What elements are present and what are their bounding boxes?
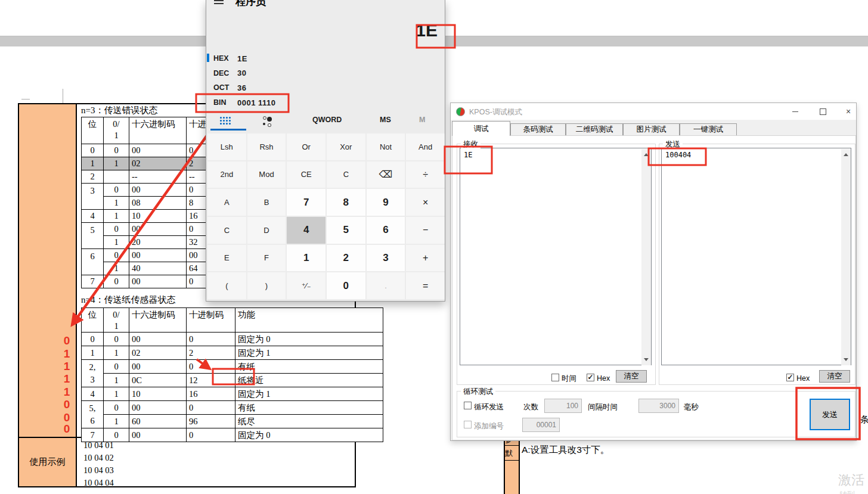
table-cell: 0 (104, 360, 129, 374)
calc-key-([interactable]: ( (207, 272, 246, 299)
table-cell: 1 (104, 346, 129, 360)
calc-key-9[interactable]: 9 (367, 189, 405, 216)
calc-key-6[interactable]: 6 (367, 217, 405, 244)
add-number-checkbox[interactable] (464, 421, 472, 428)
calc-key-CE[interactable]: CE (287, 161, 326, 188)
send-hex-checkbox[interactable]: ✓ (786, 374, 794, 381)
radix-label: OCT (213, 83, 237, 92)
calc-key-×[interactable]: × (406, 189, 445, 216)
calc-key-5[interactable]: 5 (327, 217, 365, 244)
radix-row-dec[interactable]: DEC30 (213, 66, 276, 81)
table-header-cell: 十进制码 (187, 308, 235, 333)
calc-key-.[interactable]: . (367, 272, 405, 299)
calc-key-C[interactable]: C (327, 161, 365, 188)
calc-key-Mod[interactable]: Mod (247, 161, 286, 188)
receive-textarea[interactable]: 1E (460, 148, 652, 365)
radix-row-bin[interactable]: BIN0001 1110 (213, 95, 276, 110)
table-cell: 96 (187, 415, 235, 428)
scroll-down-icon[interactable] (844, 358, 848, 361)
table-cell: 10 (129, 387, 187, 401)
memory-flyout-button[interactable]: M (419, 116, 425, 124)
count-input[interactable]: 100 (544, 399, 582, 413)
word-size-toggle[interactable]: QWORD (312, 116, 342, 124)
bit-digit: 1 (60, 386, 73, 398)
table-cell: 有纸 (235, 401, 383, 415)
scroll-down-icon[interactable] (644, 358, 649, 361)
bit-keypad-icon[interactable] (220, 117, 222, 119)
calc-key-Xor[interactable]: Xor (327, 133, 365, 160)
calc-key-E[interactable]: E (207, 245, 246, 272)
calc-key-B[interactable]: B (247, 189, 286, 216)
table-cell: 12 (187, 374, 235, 387)
close-button[interactable]: × (839, 103, 857, 120)
tab-调试[interactable]: 调试 (452, 121, 510, 136)
interval-input[interactable]: 3000 (638, 399, 679, 413)
calc-key-⁺∕₋[interactable]: ⁺∕₋ (287, 272, 326, 299)
calc-key-Lsh[interactable]: Lsh (207, 133, 246, 160)
calc-key-A[interactable]: A (207, 189, 246, 216)
table-cell: 0 (104, 275, 129, 288)
table-cell (104, 170, 129, 184)
table-cell: 7 (82, 275, 104, 288)
loop-send-checkbox[interactable] (464, 402, 472, 409)
memory-store-button[interactable]: MS (380, 116, 391, 124)
calc-key-Not[interactable]: Not (367, 133, 405, 160)
calc-key-0[interactable]: 0 (327, 272, 365, 299)
table-cell: 5, 6 (82, 401, 104, 428)
calc-key-C[interactable]: C (207, 217, 246, 244)
calculator-window: 程序员 1E HEX1EDEC30OCT36BIN0001 1110 QWORD… (206, 0, 445, 302)
calc-key-Or[interactable]: Or (287, 133, 326, 160)
calc-key-⌫[interactable]: ⌫ (367, 161, 405, 188)
calc-key-=[interactable]: = (406, 272, 445, 299)
calc-key-2nd[interactable]: 2nd (207, 161, 246, 188)
receive-clear-button[interactable]: 清空 (616, 370, 647, 383)
kpos-titlebar[interactable]: KPOS-调试模式 × (451, 103, 856, 120)
receive-hex-label: Hex (597, 374, 610, 383)
table-cell: 0 (104, 144, 129, 157)
send-clear-button[interactable]: 清空 (819, 370, 850, 383)
calc-key-3[interactable]: 3 (367, 245, 405, 272)
maximize-button[interactable] (814, 103, 832, 120)
calc-key-+[interactable]: + (406, 245, 445, 272)
send-text: 100404 (665, 151, 691, 159)
calc-key-7[interactable]: 7 (287, 189, 326, 216)
calc-key-÷[interactable]: ÷ (406, 161, 445, 188)
send-textarea[interactable]: 100404 (661, 148, 851, 365)
calc-key-4[interactable]: 4 (287, 217, 326, 244)
table-cell: 00 (129, 401, 187, 415)
receive-hex-checkbox[interactable]: ✓ (587, 374, 594, 381)
radix-row-oct[interactable]: OCT36 (213, 80, 276, 95)
receive-text: 1E (464, 151, 472, 159)
send-scrollbar[interactable] (841, 149, 851, 365)
scroll-up-icon[interactable] (644, 153, 649, 156)
number-input[interactable]: 00001 (522, 418, 560, 432)
calc-key-D[interactable]: D (247, 217, 286, 244)
tab-一键测试[interactable]: 一键测试 (680, 123, 737, 136)
calc-key-)[interactable]: ) (247, 272, 286, 299)
calc-key-1[interactable]: 1 (287, 245, 326, 272)
table-cell: 02 (129, 157, 187, 170)
receive-scrollbar[interactable] (641, 149, 651, 365)
radix-row-hex[interactable]: HEX1E (213, 51, 276, 66)
calc-key-8[interactable]: 8 (327, 189, 365, 216)
minimize-button[interactable] (786, 103, 804, 120)
calc-key-Rsh[interactable]: Rsh (247, 133, 286, 160)
send-button[interactable]: 发送 (810, 399, 850, 430)
tab-条码测试[interactable]: 条码测试 (510, 123, 566, 136)
calc-key-−[interactable]: − (406, 217, 445, 244)
scroll-up-icon[interactable] (844, 153, 848, 156)
table-cell: 纸尽 (235, 415, 383, 428)
bit-flip-icon[interactable] (263, 116, 266, 120)
tab-图片测试[interactable]: 图片测试 (623, 123, 680, 136)
bit-digit: 0 (60, 334, 73, 347)
kpos-window-title: KPOS-调试模式 (469, 107, 522, 117)
calc-key-And[interactable]: And (406, 133, 445, 160)
calc-key-F[interactable]: F (247, 245, 286, 272)
paper-sensor-table: 位0/ 1十六进制码十进制码功能00000固定为 011022固定为 12, 3… (81, 307, 383, 442)
time-checkbox[interactable] (551, 374, 559, 381)
radix-list: HEX1EDEC30OCT36BIN0001 1110 (213, 51, 276, 110)
table-cell: 4 (82, 387, 104, 401)
tab-二维码测试[interactable]: 二维码测试 (566, 123, 623, 136)
send-group-label: 发送 (663, 139, 683, 150)
calc-key-2[interactable]: 2 (327, 245, 365, 272)
